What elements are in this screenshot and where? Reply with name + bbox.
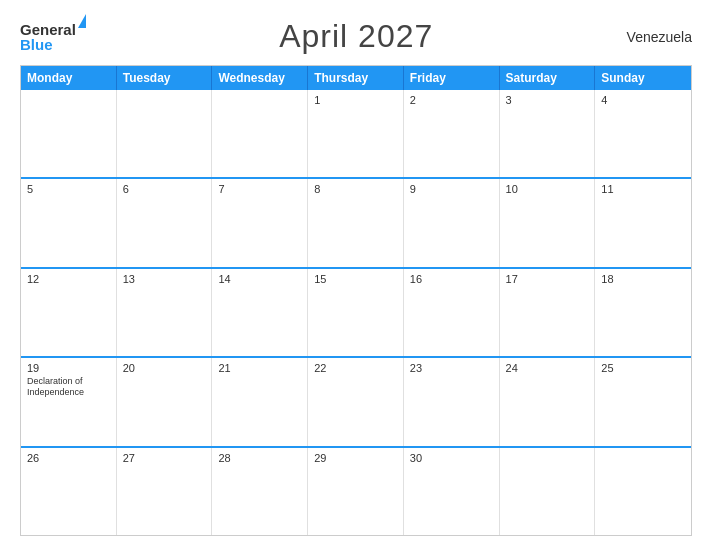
day-number: 15 bbox=[314, 273, 397, 285]
header-sunday: Sunday bbox=[595, 66, 691, 90]
header-wednesday: Wednesday bbox=[212, 66, 308, 90]
calendar-cell: 2 bbox=[404, 90, 500, 177]
calendar-week-5: 2627282930 bbox=[21, 446, 691, 535]
calendar-cell: 20 bbox=[117, 358, 213, 445]
day-number: 21 bbox=[218, 362, 301, 374]
day-number: 6 bbox=[123, 183, 206, 195]
day-number: 28 bbox=[218, 452, 301, 464]
day-number: 8 bbox=[314, 183, 397, 195]
day-number: 10 bbox=[506, 183, 589, 195]
calendar-cell: 27 bbox=[117, 448, 213, 535]
calendar-cell: 24 bbox=[500, 358, 596, 445]
day-number: 23 bbox=[410, 362, 493, 374]
calendar-cell: 19Declaration of Independence bbox=[21, 358, 117, 445]
calendar-cell bbox=[212, 90, 308, 177]
calendar-week-3: 12131415161718 bbox=[21, 267, 691, 356]
calendar-week-4: 19Declaration of Independence20212223242… bbox=[21, 356, 691, 445]
holiday-label: Declaration of Independence bbox=[27, 376, 110, 398]
day-number: 16 bbox=[410, 273, 493, 285]
day-number: 22 bbox=[314, 362, 397, 374]
calendar-header: Monday Tuesday Wednesday Thursday Friday… bbox=[21, 66, 691, 90]
calendar-cell: 25 bbox=[595, 358, 691, 445]
calendar-cell: 16 bbox=[404, 269, 500, 356]
calendar-cell: 3 bbox=[500, 90, 596, 177]
day-number: 17 bbox=[506, 273, 589, 285]
day-number: 20 bbox=[123, 362, 206, 374]
calendar-cell: 4 bbox=[595, 90, 691, 177]
page: General Blue April 2027 Venezuela Monday… bbox=[0, 0, 712, 550]
calendar-cell bbox=[21, 90, 117, 177]
header-monday: Monday bbox=[21, 66, 117, 90]
header-tuesday: Tuesday bbox=[117, 66, 213, 90]
calendar-cell: 7 bbox=[212, 179, 308, 266]
calendar-cell bbox=[117, 90, 213, 177]
calendar-cell: 28 bbox=[212, 448, 308, 535]
calendar-cell: 15 bbox=[308, 269, 404, 356]
day-number: 24 bbox=[506, 362, 589, 374]
calendar-cell: 9 bbox=[404, 179, 500, 266]
day-number: 30 bbox=[410, 452, 493, 464]
day-number: 13 bbox=[123, 273, 206, 285]
calendar-cell: 21 bbox=[212, 358, 308, 445]
calendar-cell: 14 bbox=[212, 269, 308, 356]
calendar-cell: 22 bbox=[308, 358, 404, 445]
calendar-cell: 8 bbox=[308, 179, 404, 266]
logo: General Blue bbox=[20, 22, 86, 52]
calendar-week-1: 1234 bbox=[21, 90, 691, 177]
day-number: 19 bbox=[27, 362, 110, 374]
day-number: 2 bbox=[410, 94, 493, 106]
logo-general-text: General bbox=[20, 22, 76, 37]
calendar-cell: 5 bbox=[21, 179, 117, 266]
header-friday: Friday bbox=[404, 66, 500, 90]
calendar-cell bbox=[500, 448, 596, 535]
calendar-week-2: 567891011 bbox=[21, 177, 691, 266]
day-number: 27 bbox=[123, 452, 206, 464]
day-number: 3 bbox=[506, 94, 589, 106]
calendar-cell: 6 bbox=[117, 179, 213, 266]
calendar-cell: 18 bbox=[595, 269, 691, 356]
day-number: 12 bbox=[27, 273, 110, 285]
day-number: 9 bbox=[410, 183, 493, 195]
calendar-body: 12345678910111213141516171819Declaration… bbox=[21, 90, 691, 535]
header-thursday: Thursday bbox=[308, 66, 404, 90]
day-number: 25 bbox=[601, 362, 685, 374]
calendar-cell: 23 bbox=[404, 358, 500, 445]
day-number: 11 bbox=[601, 183, 685, 195]
day-number: 26 bbox=[27, 452, 110, 464]
calendar: Monday Tuesday Wednesday Thursday Friday… bbox=[20, 65, 692, 536]
day-number: 7 bbox=[218, 183, 301, 195]
day-number: 5 bbox=[27, 183, 110, 195]
calendar-cell: 17 bbox=[500, 269, 596, 356]
day-number: 4 bbox=[601, 94, 685, 106]
calendar-title: April 2027 bbox=[279, 18, 433, 55]
day-number: 29 bbox=[314, 452, 397, 464]
country-name: Venezuela bbox=[627, 29, 692, 45]
header-saturday: Saturday bbox=[500, 66, 596, 90]
logo-triangle-icon bbox=[78, 14, 86, 28]
calendar-cell bbox=[595, 448, 691, 535]
calendar-cell: 26 bbox=[21, 448, 117, 535]
calendar-cell: 12 bbox=[21, 269, 117, 356]
calendar-cell: 29 bbox=[308, 448, 404, 535]
calendar-cell: 11 bbox=[595, 179, 691, 266]
logo-blue-text: Blue bbox=[20, 37, 86, 52]
header: General Blue April 2027 Venezuela bbox=[20, 18, 692, 55]
calendar-cell: 1 bbox=[308, 90, 404, 177]
calendar-cell: 10 bbox=[500, 179, 596, 266]
day-number: 18 bbox=[601, 273, 685, 285]
day-number: 1 bbox=[314, 94, 397, 106]
calendar-cell: 13 bbox=[117, 269, 213, 356]
calendar-cell: 30 bbox=[404, 448, 500, 535]
day-number: 14 bbox=[218, 273, 301, 285]
